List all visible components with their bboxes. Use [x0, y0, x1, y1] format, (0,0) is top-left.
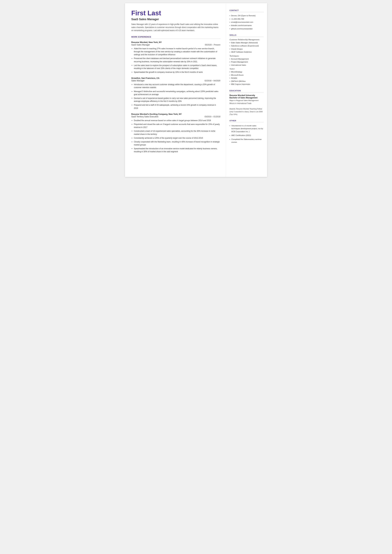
job-company: Resume Worded's Exciting Company, New Yo… — [131, 113, 182, 115]
other-item: ABC Certification (2022) — [230, 134, 264, 137]
candidate-name: First Last — [131, 9, 220, 17]
education-container: Resume Worded UniversityBachelor of Sale… — [230, 94, 264, 116]
contact-heading: CONTACT — [230, 9, 264, 12]
skills-list: Account ManagementProject ManagementInte… — [230, 57, 264, 67]
other-list: Volunteered in a 3-month sales technique… — [230, 124, 264, 144]
job-role-row: SaaS Territory Sales Executive03/2010 – … — [131, 115, 220, 118]
bullet-item: Devised a set of experience-based guides… — [131, 97, 220, 103]
bullet-item: Introduced a new key account customer st… — [131, 83, 220, 89]
job-bullets: Aided the team in reaching 27% sales inc… — [131, 47, 220, 74]
bullet-item: Aided the team in reaching 27% sales inc… — [131, 47, 220, 56]
bullet-item: Led the sales team to explore the prospe… — [131, 64, 220, 70]
bullet-item: Pinpointed and closed the sale on 3 larg… — [131, 123, 220, 129]
skill-item: International Sales — [230, 64, 264, 67]
bullet-item: Spearheaded the introduction of an innov… — [131, 147, 220, 153]
edu-degree: Bachelor of Sales Management — [230, 97, 264, 99]
job-company: Resume Worded, New York, NY — [131, 41, 162, 43]
skills-category-label: Customer Relationship Management:: — [230, 39, 264, 41]
skill-item: Project Management — [230, 61, 264, 64]
edu-detail: Minors in International Trade — [230, 102, 264, 105]
skill-item: Airtable — [230, 77, 264, 80]
resume-page: First Last SaaS Sales Manager Sales Mana… — [125, 3, 267, 177]
job-block: Growthsi, San Francisco, CASales Manager… — [131, 77, 220, 110]
bullet-item: Prepared and led a staff of 25 salespeop… — [131, 104, 220, 110]
contact-item: Denver, OH (Open to Remote) — [230, 14, 264, 17]
skill-item: Account Management — [230, 57, 264, 61]
skill-item: IBM Cognos Impromptu — [230, 83, 264, 86]
job-role: SaaS Territory Sales Executive — [131, 116, 158, 118]
education-section: EDUCATION Resume Worded UniversityBachel… — [230, 90, 264, 116]
skill-item: Microsoft Azure — [230, 74, 264, 77]
job-company-row: Resume Worded's Exciting Company, New Yo… — [131, 113, 220, 115]
bullet-item: Spearheaded the growth in company revenu… — [131, 71, 220, 74]
other-heading: OTHER — [230, 120, 264, 122]
skills-section: SKILLS Customer Relationship Management:… — [230, 34, 264, 86]
left-column: First Last SaaS Sales Manager Sales Mana… — [125, 3, 226, 177]
job-role-row: Sales Manager02/2018 – 04/2020 — [131, 79, 220, 82]
job-bullets: Doubled the annual revenue based on onli… — [131, 119, 220, 153]
job-date: 05/2020 – Present — [205, 44, 220, 46]
skill-item: MicroStrategy — [230, 70, 264, 74]
skills-heading: SKILLS — [230, 34, 264, 37]
edu-detail: Awards: Resume Worded Teaching Fellow (o… — [230, 108, 264, 116]
skill-item: Oracle Eloqua — [230, 48, 264, 51]
skills-container: Customer Relationship Management::Eden S… — [230, 39, 264, 86]
skills-category-label: Techniques: — [230, 55, 264, 57]
job-role: SaaS Sales Manager — [131, 44, 150, 46]
education-heading: EDUCATION — [230, 90, 264, 92]
bullet-item: Closely cooperated with the Marketing te… — [131, 140, 220, 146]
job-company-row: Resume Worded, New York, NY — [131, 41, 220, 43]
edu-school: Resume Worded University — [230, 94, 264, 97]
bullet-item: Doubled the annual revenue based on onli… — [131, 119, 220, 122]
job-bullets: Introduced a new key account customer st… — [131, 83, 220, 110]
skill-item: Eden Sales Manager (Advanced) — [230, 41, 264, 44]
skill-item: QlikTech QlikView — [230, 80, 264, 83]
contact-item: email@resumeworded.com — [230, 21, 264, 24]
skill-item: Salesforce software (Experienced) — [230, 44, 264, 48]
bullet-item: Consistently achieved a 125% of the quar… — [131, 137, 220, 140]
job-company: Growthsi, San Francisco, CA — [131, 77, 160, 79]
skills-list: Eden Sales Manager (Advanced)Salesforce … — [230, 41, 264, 54]
contact-item: github.com/resumeworded — [230, 27, 264, 30]
bullet-item: Constructed a team of 10 experienced sal… — [131, 130, 220, 136]
job-role: Sales Manager — [131, 80, 145, 82]
job-company-row: Growthsi, San Francisco, CA — [131, 77, 220, 79]
edu-detail: Major in Regional Sales Management — [230, 99, 264, 102]
bullet-item: Preserved the client database and devise… — [131, 57, 220, 63]
bullet-item: Managed 3 distinctive and successful rem… — [131, 90, 220, 96]
contact-item: linkedin.com/in/username — [230, 24, 264, 27]
other-item: Volunteered in a 3-month sales technique… — [230, 124, 264, 133]
job-date: 03/2010 – 01/2018 — [204, 116, 220, 118]
work-experience-heading: WORK EXPERIENCE — [131, 36, 220, 39]
job-block: Resume Worded, New York, NYSaaS Sales Ma… — [131, 41, 220, 74]
skills-list: MicroStrategyMicrosoft AzureAirtableQlik… — [230, 70, 264, 86]
other-section: OTHER Volunteered in a 3-month sales tec… — [230, 120, 264, 144]
contact-item: +1-234-456-789 — [230, 17, 264, 21]
candidate-title: SaaS Sales Manager — [131, 18, 220, 21]
skill-item: HEAT Software Goldmine — [230, 50, 264, 54]
other-item: Completed the Salesmastery seminar cours… — [230, 138, 264, 144]
right-column: CONTACT Denver, OH (Open to Remote)+1-23… — [226, 3, 267, 177]
job-block: Resume Worded's Exciting Company, New Yo… — [131, 113, 220, 153]
candidate-summary: Sales Manager with 12 years of experienc… — [131, 23, 220, 32]
job-date: 02/2018 – 04/2020 — [204, 80, 220, 82]
skills-category-label: Tools:• — [230, 68, 264, 70]
job-role-row: SaaS Sales Manager05/2020 – Present — [131, 43, 220, 46]
contact-section: CONTACT Denver, OH (Open to Remote)+1-23… — [230, 9, 264, 30]
contact-list: Denver, OH (Open to Remote)+1-234-456-78… — [230, 14, 264, 30]
jobs-container: Resume Worded, New York, NYSaaS Sales Ma… — [131, 41, 220, 153]
